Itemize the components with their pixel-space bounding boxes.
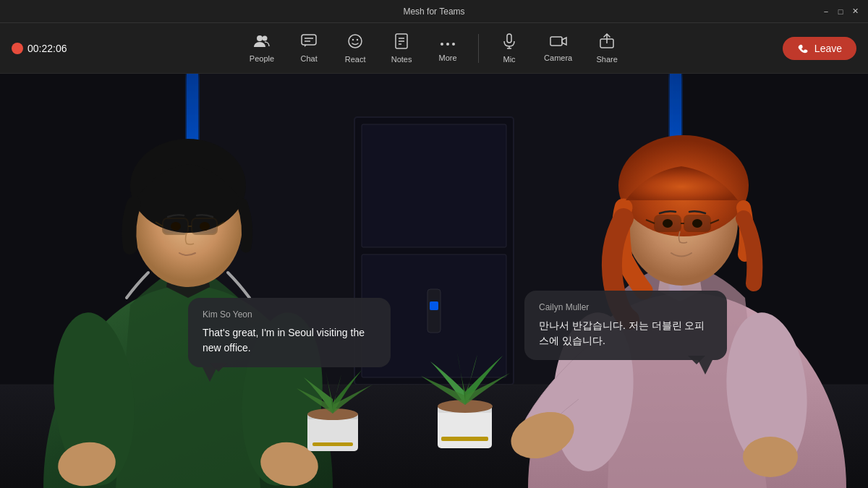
svg-point-5 (349, 35, 362, 48)
svg-rect-74 (312, 442, 353, 446)
main-scene: Kim So Yeon That's great, I'm in Seoul v… (0, 74, 868, 488)
notes-icon (393, 33, 409, 53)
bubble-right-tail (698, 360, 712, 374)
svg-point-7 (357, 38, 358, 40)
share-label: Share (597, 55, 618, 64)
react-icon (347, 33, 363, 53)
more-label: More (439, 53, 457, 62)
scene-background (0, 74, 868, 488)
people-icon (254, 34, 270, 52)
maximize-button[interactable]: □ (836, 7, 845, 16)
chat-icon (301, 34, 317, 52)
svg-point-55 (171, 222, 181, 231)
minimize-button[interactable]: − (822, 7, 830, 16)
recording-timer: 00:22:06 (27, 43, 67, 54)
svg-point-61 (743, 437, 798, 477)
leave-phone-icon (797, 43, 809, 54)
bubble-right-speaker: Cailyn Muller (539, 302, 712, 312)
title-bar: Mesh for Teams − □ ✕ (0, 0, 868, 23)
camera-icon (550, 35, 567, 51)
bubble-left-tail (203, 367, 217, 382)
leave-label: Leave (814, 43, 842, 54)
window-title: Mesh for Teams (403, 7, 464, 17)
svg-point-56 (200, 222, 210, 231)
notes-button[interactable]: Notes (380, 29, 423, 68)
camera-button[interactable]: Camera (534, 30, 582, 67)
svg-point-14 (452, 43, 455, 46)
close-button[interactable]: ✕ (851, 7, 859, 16)
toolbar-left: 00:22:06 (12, 43, 239, 54)
toolbar-separator (478, 34, 479, 63)
share-icon (599, 33, 615, 53)
recording-indicator: 00:22:06 (12, 43, 67, 54)
speech-bubble-right: Cailyn Muller 만나서 반갑습니다. 저는 더블린 오피스에 있습니… (524, 291, 727, 360)
mic-icon (501, 33, 517, 53)
svg-point-12 (441, 43, 443, 46)
svg-point-70 (663, 219, 673, 228)
svg-point-0 (257, 35, 263, 41)
svg-point-1 (262, 35, 267, 40)
mic-label: Mic (503, 55, 516, 64)
svg-point-6 (352, 38, 354, 40)
svg-rect-15 (507, 34, 511, 43)
bubble-left-text: That's great, I'm in Seoul visiting the … (203, 325, 376, 356)
toolbar: 00:22:06 People (0, 23, 868, 74)
toolbar-right: Leave (629, 37, 856, 60)
more-button[interactable]: More (426, 30, 469, 67)
svg-rect-35 (362, 124, 506, 247)
toolbar-center: People Chat (239, 29, 629, 68)
people-button[interactable]: People (239, 30, 284, 67)
bubble-right-text: 만나서 반갑습니다. 저는 더블린 오피스에 있습니다. (539, 318, 712, 348)
mic-button[interactable]: Mic (488, 29, 531, 68)
react-label: React (345, 55, 366, 64)
recording-dot (12, 43, 23, 54)
svg-rect-37 (427, 289, 441, 333)
svg-point-71 (692, 219, 702, 228)
svg-rect-39 (430, 301, 438, 310)
share-button[interactable]: Share (585, 29, 629, 68)
svg-rect-18 (550, 37, 562, 46)
window-controls: − □ ✕ (822, 7, 859, 16)
speech-bubble-left: Kim So Yeon That's great, I'm in Seoul v… (188, 298, 391, 367)
leave-button[interactable]: Leave (783, 37, 856, 60)
chat-button[interactable]: Chat (287, 30, 331, 67)
people-label: People (250, 54, 274, 63)
svg-point-13 (446, 43, 449, 46)
camera-label: Camera (544, 53, 572, 62)
notes-label: Notes (391, 55, 412, 64)
svg-rect-78 (441, 437, 488, 441)
react-button[interactable]: React (333, 29, 377, 68)
bubble-left-speaker: Kim So Yeon (203, 309, 376, 320)
more-icon (440, 35, 456, 51)
svg-rect-2 (302, 35, 316, 45)
chat-label: Chat (300, 54, 317, 63)
